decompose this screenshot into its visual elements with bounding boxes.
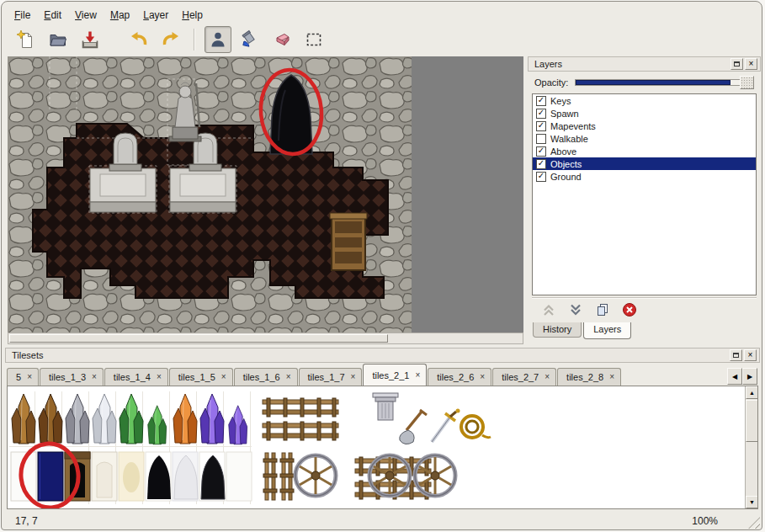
- delete-layer-button[interactable]: [619, 300, 640, 320]
- tileset-tab-tiles_1_5[interactable]: tiles_1_5×: [169, 368, 233, 386]
- tab-close-icon[interactable]: ×: [157, 373, 162, 381]
- float-panel-button[interactable]: [730, 349, 742, 361]
- tab-close-icon[interactable]: ×: [351, 373, 356, 381]
- tileset-vertical-scrollbar[interactable]: ▲ ▼: [745, 386, 757, 508]
- layer-row-mapevents[interactable]: ✓ Mapevents: [533, 120, 756, 132]
- map-backdrop: [412, 56, 523, 332]
- map-render: [8, 56, 523, 332]
- tileset-tab-tiles_2_1[interactable]: tiles_2_1×: [363, 364, 427, 386]
- layer-name: Spawn: [550, 109, 579, 119]
- layer-visibility-checkbox[interactable]: ✓: [536, 96, 546, 106]
- close-panel-button[interactable]: ×: [745, 58, 757, 70]
- menu-layer[interactable]: Layer: [136, 8, 175, 23]
- map-canvas[interactable]: [8, 56, 523, 332]
- layer-visibility-checkbox[interactable]: ✓: [536, 172, 546, 182]
- menu-help[interactable]: Help: [175, 8, 210, 23]
- tileset-tab-tiles_2_8[interactable]: tiles_2_8×: [557, 368, 621, 386]
- layer-name: Above: [550, 146, 576, 157]
- map-horizontal-scrollbar[interactable]: [8, 332, 523, 344]
- tileset-tab-tiles_2_7[interactable]: tiles_2_7×: [492, 368, 556, 386]
- tab-close-icon[interactable]: ×: [286, 373, 291, 381]
- raise-layer-button[interactable]: [539, 300, 559, 320]
- lower-layer-button[interactable]: [566, 300, 586, 320]
- menu-file[interactable]: File: [8, 8, 37, 23]
- float-icon: [734, 61, 740, 66]
- tab-scroll-buttons: ◀ ▶: [727, 368, 757, 385]
- chevrons-up-icon: [540, 301, 557, 318]
- tileset-tab-tiles_1_6[interactable]: tiles_1_6×: [234, 368, 298, 386]
- scroll-down-button[interactable]: ▼: [746, 496, 758, 508]
- tab-close-icon[interactable]: ×: [415, 371, 420, 380]
- float-panel-button[interactable]: [730, 58, 743, 70]
- tileset-tab-tiles_1_4[interactable]: tiles_1_4×: [104, 368, 168, 386]
- scrollbar-thumb[interactable]: [746, 400, 758, 442]
- layer-visibility-checkbox[interactable]: ✓: [536, 146, 546, 157]
- tab-close-icon[interactable]: ×: [609, 373, 614, 381]
- tileset-canvas-viewport: ▲ ▼: [7, 386, 758, 509]
- tile-door-ghost[interactable]: [92, 452, 117, 501]
- fill-tool-button[interactable]: [236, 26, 263, 53]
- save-button[interactable]: [77, 26, 104, 53]
- open-button[interactable]: [45, 26, 72, 53]
- opacity-slider[interactable]: [575, 75, 754, 90]
- tab-close-icon[interactable]: ×: [27, 373, 32, 381]
- select-tool-button[interactable]: [300, 26, 327, 53]
- tile-cave-black-2[interactable]: [199, 452, 225, 501]
- tab-close-icon[interactable]: ×: [92, 373, 97, 381]
- redo-arrow-icon: [161, 29, 181, 50]
- redo-button[interactable]: [157, 26, 184, 53]
- tileset-canvas[interactable]: [8, 386, 746, 509]
- layer-row-spawn[interactable]: ✓ Spawn: [533, 107, 756, 120]
- scroll-up-button[interactable]: ▲: [746, 386, 758, 399]
- tile-selected-navy[interactable]: [38, 452, 63, 501]
- menu-view[interactable]: View: [68, 8, 104, 23]
- chevrons-down-icon: [567, 301, 584, 318]
- slider-handle[interactable]: [740, 76, 754, 89]
- scroll-tabs-left-button[interactable]: ◀: [727, 368, 742, 385]
- tile-pale[interactable]: [119, 452, 144, 501]
- new-file-button[interactable]: [13, 26, 40, 53]
- layer-visibility-checkbox[interactable]: ✓: [536, 109, 546, 119]
- tab-close-icon[interactable]: ×: [221, 373, 226, 381]
- duplicate-icon: [594, 301, 611, 318]
- scroll-tabs-right-button[interactable]: ▶: [742, 368, 757, 385]
- eraser-icon: [272, 29, 292, 50]
- layer-visibility-checkbox[interactable]: ✓: [536, 134, 546, 144]
- undo-button[interactable]: [125, 26, 152, 53]
- layer-row-above[interactable]: ✓ Above: [533, 145, 756, 157]
- stamp-tool-button[interactable]: [205, 26, 231, 53]
- tile-cave-black[interactable]: [146, 452, 171, 501]
- layer-row-walkable[interactable]: ✓ Walkable: [533, 132, 756, 145]
- menubar: File Edit View Map Layer Help: [8, 6, 210, 24]
- tab-history[interactable]: History: [533, 322, 582, 338]
- tab-close-icon[interactable]: ×: [545, 373, 550, 381]
- layers-panel-title: Layers: [534, 59, 562, 69]
- tileset-tab-tiles_1_3[interactable]: tiles_1_3×: [40, 368, 104, 386]
- menu-edit[interactable]: Edit: [37, 8, 68, 23]
- layer-row-ground[interactable]: ✓ Ground: [533, 170, 756, 183]
- stamp-person-icon: [208, 29, 228, 50]
- close-panel-button[interactable]: ×: [744, 349, 757, 361]
- tileset-tab-5[interactable]: 5×: [7, 368, 39, 386]
- layer-row-objects[interactable]: ✓ Objects: [533, 157, 756, 170]
- slider-fill: [576, 80, 730, 85]
- layer-row-keys[interactable]: ✓ Keys: [533, 94, 756, 107]
- tile-cave-ghost[interactable]: [173, 452, 198, 501]
- duplicate-layer-button[interactable]: [592, 300, 613, 320]
- tile-blank[interactable]: [226, 452, 252, 501]
- tab-layers[interactable]: Layers: [583, 322, 631, 339]
- tileset-tab-tiles_1_7[interactable]: tiles_1_7×: [299, 368, 363, 386]
- layer-visibility-checkbox[interactable]: ✓: [536, 159, 546, 169]
- layer-name: Keys: [550, 96, 571, 106]
- layer-visibility-checkbox[interactable]: ✓: [536, 121, 546, 131]
- tab-close-icon[interactable]: ×: [480, 373, 485, 381]
- scrollbar-thumb[interactable]: [9, 334, 388, 343]
- layers-panel-titlebar: Layers ×: [528, 56, 761, 72]
- float-icon: [733, 353, 739, 358]
- tileset-tab-tiles_2_6[interactable]: tiles_2_6×: [428, 368, 491, 386]
- menu-map[interactable]: Map: [104, 8, 136, 23]
- open-folder-icon: [48, 29, 68, 50]
- cursor-coordinates: 17, 7: [5, 515, 38, 527]
- new-file-icon: [16, 29, 36, 50]
- eraser-tool-button[interactable]: [268, 26, 295, 53]
